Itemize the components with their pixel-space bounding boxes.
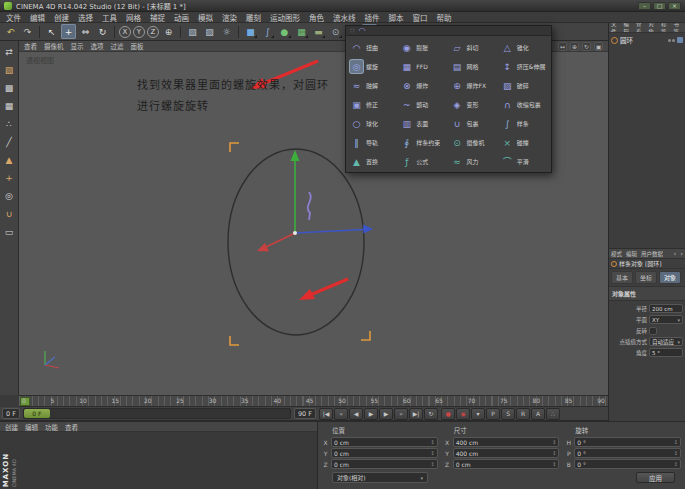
prev-frame-button[interactable]: ◀ — [349, 408, 363, 420]
texture-mode-button[interactable]: ▩ — [2, 81, 16, 95]
menubar-item[interactable]: 网格 — [126, 12, 141, 23]
end-frame-field[interactable]: 90 F — [294, 408, 316, 419]
spinner-icon[interactable]: ↕ — [430, 450, 434, 456]
deformer-wind[interactable]: ≈ 风力 — [449, 152, 499, 171]
attribute-row[interactable]: 平面 XY▾ — [611, 314, 683, 325]
add-floor-menu[interactable]: ▬ — [311, 24, 326, 39]
deformer-melt[interactable]: ≈ 融解 — [348, 76, 398, 95]
rotate-tool[interactable]: ↻ — [95, 24, 110, 39]
spinner-icon[interactable]: ↕ — [552, 439, 556, 445]
palette-grip-icon[interactable]: ∷ — [350, 27, 354, 35]
deformer-bend[interactable]: ◠ 扭曲 — [348, 38, 398, 57]
object-manager-menu-item[interactable]: 标签 — [661, 23, 671, 33]
goto-start-button[interactable]: |◀ — [319, 408, 333, 420]
attribute-row[interactable]: 角度 5 °▾ — [611, 347, 683, 358]
deformer-mesh[interactable]: ▤ 网格 — [449, 57, 499, 76]
menubar-item[interactable]: 窗口 — [413, 12, 428, 23]
spinner-icon[interactable]: ↕ — [674, 450, 678, 456]
attribute-tab[interactable]: 对象 — [659, 271, 681, 284]
menubar-item[interactable]: 文件 — [6, 12, 21, 23]
menubar-item[interactable]: 创建 — [54, 12, 69, 23]
redo-button[interactable]: ↷ — [20, 24, 35, 39]
zoom-view-icon[interactable]: ⊕ — [570, 42, 579, 51]
spline-tag-icon[interactable] — [677, 37, 683, 43]
deformer-shrink-wrap[interactable]: ∩ 收缩包裹 — [499, 95, 549, 114]
record-keyframe-button[interactable]: ● — [441, 408, 455, 420]
coordinate-input[interactable]: 400 cm↕ — [453, 448, 560, 458]
record-position-toggle[interactable]: P — [486, 408, 500, 420]
menubar-item[interactable]: 模拟 — [198, 12, 213, 23]
coordinate-input[interactable]: 0 cm↕ — [331, 459, 438, 469]
timeline-ruler[interactable]: 051015202530354045505560657075808590 — [19, 395, 608, 407]
object-manager-menu-item[interactable]: 编辑 — [624, 23, 634, 33]
object-manager-menu-item[interactable]: 文件 — [611, 23, 621, 33]
render-settings-button[interactable]: ☼ — [219, 24, 234, 39]
history-back-icon[interactable]: ‹ — [673, 250, 676, 258]
coordinate-input[interactable]: 0 °↕ — [574, 459, 681, 469]
attribute-menu-item[interactable]: 模式 — [611, 250, 622, 258]
menubar-item[interactable]: 流水线 — [333, 12, 356, 23]
deformer-camera[interactable]: ⊙ 摄像机 — [449, 133, 499, 152]
deformer-jiggle[interactable]: ~ 颤动 — [398, 95, 448, 114]
spinner-icon[interactable]: ↕ — [430, 461, 434, 467]
menubar-item[interactable]: 角色 — [309, 12, 324, 23]
object-manager-menu-item[interactable]: 书签 — [674, 23, 684, 33]
apply-button[interactable]: 应用 — [636, 472, 675, 483]
menubar-item[interactable]: 选择 — [78, 12, 93, 23]
timeline-slider[interactable]: 0 F — [23, 408, 291, 419]
deformer-collision[interactable]: × 碰撞 — [499, 133, 549, 152]
attribute-value-field[interactable]: ▾ — [649, 327, 657, 335]
loop-button[interactable]: ↻ — [424, 408, 438, 420]
material-list-area[interactable]: MAXON CINEMA 4D — [0, 432, 317, 489]
deformer-twist[interactable]: ◎ 螺旋 — [348, 57, 398, 76]
coordinate-input[interactable]: 0 cm↕ — [331, 448, 438, 458]
attribute-value-field[interactable]: 自动适应▾ — [649, 337, 683, 346]
viewport-menu-item[interactable]: 面板 — [131, 41, 144, 51]
palette-header[interactable]: ∷ ◠ — [346, 26, 551, 36]
keyframe-selection-dropdown[interactable]: ▾ — [471, 408, 485, 420]
material-menu-item[interactable]: 功能 — [45, 422, 58, 432]
menubar-item[interactable]: 工具 — [102, 12, 117, 23]
deformer-spline[interactable]: ∫ 样条 — [499, 114, 549, 133]
attribute-value-field[interactable]: 5 °▾ — [649, 348, 683, 357]
menubar-item[interactable]: 运动图形 — [270, 12, 300, 23]
start-frame-field[interactable]: 0 F — [2, 408, 20, 419]
deformer-formula[interactable]: ƒ 公式 — [398, 152, 448, 171]
lock-y-axis[interactable]: Y — [133, 26, 145, 38]
coordinate-input[interactable]: 0 cm↕ — [331, 437, 438, 447]
deformer-spline-wrap[interactable]: ∮ 样条约束 — [398, 133, 448, 152]
visibility-dots[interactable] — [668, 39, 675, 42]
deformer-spline-rail[interactable]: ‖ 导轨 — [348, 133, 398, 152]
attribute-row[interactable]: 反转 ▾ — [611, 325, 683, 336]
circle-spline-curve[interactable] — [228, 149, 364, 335]
enable-snap-button[interactable]: ∪ — [2, 207, 16, 221]
deformer-ffd[interactable]: ▦ FFD — [398, 57, 448, 76]
coordinate-input[interactable]: 0 °↕ — [574, 448, 681, 458]
deformer-taper[interactable]: △ 锥化 — [499, 38, 549, 57]
add-camera-menu[interactable]: ⊙ — [328, 24, 343, 39]
object-manager-menu-item[interactable]: 查看 — [636, 23, 646, 33]
goto-end-button[interactable]: ▶| — [409, 408, 423, 420]
coordinate-input[interactable]: 0 °↕ — [574, 437, 681, 447]
add-subdivision-menu[interactable]: ● — [277, 24, 292, 39]
attribute-value-field[interactable]: XY▾ — [649, 315, 683, 324]
add-cube-menu[interactable]: ■ — [243, 24, 258, 39]
add-array-menu[interactable]: ▦ — [294, 24, 309, 39]
deformer-squash-stretch[interactable]: ↕ 挤压&伸展 — [499, 57, 549, 76]
menubar-item[interactable]: 捕捉 — [150, 12, 165, 23]
coordinate-mode-dropdown[interactable]: 对象(相对)▾ — [332, 472, 428, 483]
spinner-icon[interactable]: ↕ — [552, 461, 556, 467]
attribute-menu-item[interactable]: 用户数据 — [641, 250, 663, 258]
add-spline-menu[interactable]: ∫ — [260, 24, 275, 39]
deformer-bulge[interactable]: ◉ 膨胀 — [398, 38, 448, 57]
points-mode-button[interactable]: ∴ — [2, 117, 16, 131]
pan-view-icon[interactable]: ↔ — [558, 42, 567, 51]
spinner-icon[interactable]: ↕ — [430, 439, 434, 445]
workplane-lock-button[interactable]: ▭ — [2, 225, 16, 239]
deformer-wrap[interactable]: ∪ 包裹 — [449, 114, 499, 133]
menubar-item[interactable]: 编辑 — [30, 12, 45, 23]
menubar-item[interactable]: 渲染 — [222, 12, 237, 23]
menubar-item[interactable]: 插件 — [365, 12, 380, 23]
deformer-shear[interactable]: ▱ 斜切 — [449, 38, 499, 57]
enable-axis-button[interactable]: + — [2, 171, 16, 185]
